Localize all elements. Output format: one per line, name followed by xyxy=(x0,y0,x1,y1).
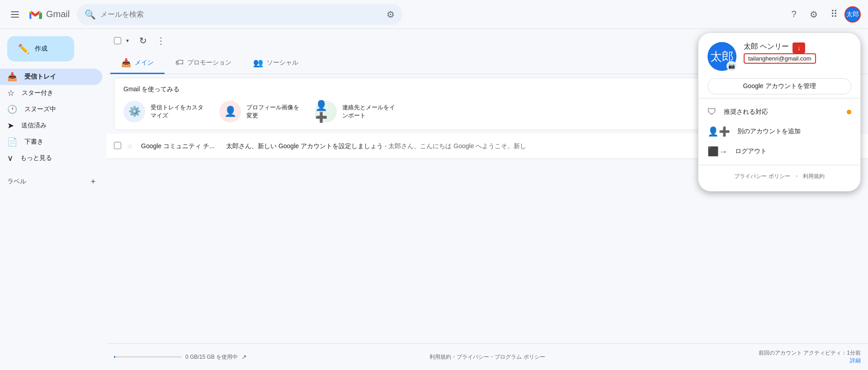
popup-email: tailanghenri@gmail.com xyxy=(744,53,816,64)
person-icon: 👤 xyxy=(224,106,236,117)
profile-icon-circle: 👤 xyxy=(219,101,241,122)
person-add-icon: 👤➕ xyxy=(708,126,730,137)
settings-button[interactable]: ⚙ xyxy=(805,5,823,23)
sidebar-item-sent[interactable]: ➤ 送信済み xyxy=(0,117,102,134)
sidebar-item-inbox[interactable]: 📥 受信トレイ xyxy=(0,69,102,85)
shield-icon: 🛡 xyxy=(708,107,717,117)
compose-icon: ✏️ xyxy=(18,43,29,54)
apps-icon: ⠿ xyxy=(830,9,837,20)
star-button[interactable]: ☆ xyxy=(127,142,137,150)
tab-main[interactable]: 📥 メイン xyxy=(110,52,165,74)
terms-link[interactable]: 利用規約 xyxy=(803,173,825,180)
content-footer: 0 GB/15 GB を使用中 ↗ 利用規約・プライバシー・プログラム ポリシー… xyxy=(107,343,868,370)
topbar: Gmail 🔍 ⚙ ? ⚙ ⠿ 太郎 xyxy=(0,0,868,29)
popup-menu-recommended[interactable]: 🛡 推奨される対応 xyxy=(698,102,860,122)
tip-import[interactable]: 👤➕ 連絡先とメールをインポート xyxy=(315,101,396,122)
help-button[interactable]: ? xyxy=(785,5,803,23)
footer-activity: 前回のアカウント アクティビティ：1分前 詳細 xyxy=(759,349,861,365)
storage-bar xyxy=(114,356,115,358)
tab-promotions-icon: 🏷 xyxy=(175,58,184,67)
inbox-icon: 📥 xyxy=(7,72,17,82)
select-all-checkbox[interactable] xyxy=(114,37,121,44)
settings-icon: ⚙ xyxy=(810,9,818,20)
person-add-icon: 👤➕ xyxy=(315,100,337,123)
popup-menu-logout[interactable]: ⬛→ ログアウト xyxy=(698,141,860,161)
more-icon: ⋮ xyxy=(156,35,165,46)
privacy-policy-link[interactable]: プライバシー ポリシー xyxy=(734,173,790,180)
tip-profile[interactable]: 👤 プロフィール画像を変更 xyxy=(219,101,301,122)
external-link-icon[interactable]: ↗ xyxy=(241,353,247,361)
popup-header: 太郎 📷 太郎 ヘンリー ↓ tailanghenri@gmail.com xyxy=(698,33,860,78)
topbar-right: ? ⚙ ⠿ 太郎 xyxy=(785,5,861,23)
footer-links: 利用規約・プライバシー・プログラム ポリシー xyxy=(429,353,545,361)
refresh-button[interactable]: ↻ xyxy=(135,33,151,49)
popup-user-info: 太郎 ヘンリー ↓ tailanghenri@gmail.com xyxy=(744,42,851,64)
sidebar-item-drafts[interactable]: 📄 下書き xyxy=(0,134,102,150)
arrow-icon: ↓ xyxy=(793,42,805,53)
popup-menu-add-account[interactable]: 👤➕ 別のアカウントを追加 xyxy=(698,122,860,141)
star-icon: ☆ xyxy=(7,88,14,98)
sidebar-item-more[interactable]: ∨ もっと見る xyxy=(0,150,102,166)
popup-divider-1 xyxy=(698,98,860,98)
apps-button[interactable]: ⠿ xyxy=(825,5,843,23)
recommended-badge xyxy=(847,110,851,114)
sidebar: ✏️ 作成 📥 受信トレイ ☆ スター付き 🕐 スヌーズ中 ➤ 送信済み 📄 下… xyxy=(0,29,107,370)
gear-icon: ⚙️ xyxy=(128,106,141,117)
tab-promotions[interactable]: 🏷 プロモーション xyxy=(165,52,242,74)
popup-name: 太郎 ヘンリー xyxy=(744,42,789,52)
avatar-camera-icon[interactable]: 📷 xyxy=(726,61,736,71)
clock-icon: 🕐 xyxy=(7,104,17,114)
tip-customize[interactable]: ⚙️ 受信トレイをカスタマイズ xyxy=(123,101,205,122)
account-button[interactable]: 太郎 xyxy=(844,6,861,23)
tab-social[interactable]: 👥 ソーシャル xyxy=(242,52,309,74)
popup-footer: プライバシー ポリシー ・ 利用規約 xyxy=(698,169,860,184)
send-icon: ➤ xyxy=(7,121,14,131)
row-checkbox[interactable] xyxy=(114,142,123,151)
tab-main-icon: 📥 xyxy=(121,58,131,68)
draft-icon: 📄 xyxy=(7,137,17,147)
search-icon: 🔍 xyxy=(85,9,96,20)
chevron-down-icon: ∨ xyxy=(7,153,13,163)
refresh-icon: ↻ xyxy=(139,35,147,46)
more-options-button[interactable]: ⋮ xyxy=(153,33,169,49)
search-input[interactable] xyxy=(100,10,382,19)
popup-avatar: 太郎 📷 xyxy=(708,42,736,71)
customize-icon-circle: ⚙️ xyxy=(123,101,145,122)
help-icon: ? xyxy=(791,9,796,19)
menu-button[interactable] xyxy=(7,8,23,21)
filter-icon[interactable]: ⚙ xyxy=(387,9,395,20)
manage-account-button[interactable]: Google アカウントを管理 xyxy=(708,78,851,94)
import-icon-circle: 👤➕ xyxy=(315,101,337,122)
logout-icon: ⬛→ xyxy=(708,146,728,157)
sidebar-item-snoozed[interactable]: 🕐 スヌーズ中 xyxy=(0,101,102,117)
select-dropdown-button[interactable]: ▾ xyxy=(122,33,133,49)
sidebar-item-starred[interactable]: ☆ スター付き xyxy=(0,85,102,101)
search-bar[interactable]: 🔍 ⚙ xyxy=(77,4,402,25)
gmail-text: Gmail xyxy=(46,9,70,19)
account-popup: 太郎 📷 太郎 ヘンリー ↓ tailanghenri@gmail.com Go… xyxy=(698,33,861,192)
storage-label: 0 GB/15 GB を使用中 xyxy=(185,353,238,361)
add-label-button[interactable]: + xyxy=(87,175,99,188)
tab-social-icon: 👥 xyxy=(253,58,263,68)
gmail-logo: Gmail xyxy=(26,5,70,23)
compose-button[interactable]: ✏️ 作成 xyxy=(7,36,74,61)
labels-section: ラベル + xyxy=(0,173,107,190)
labels-title: ラベル + xyxy=(0,173,107,190)
storage-info: 0 GB/15 GB を使用中 ↗ xyxy=(114,353,247,361)
popup-divider-2 xyxy=(698,165,860,165)
storage-bar-container xyxy=(114,356,182,358)
